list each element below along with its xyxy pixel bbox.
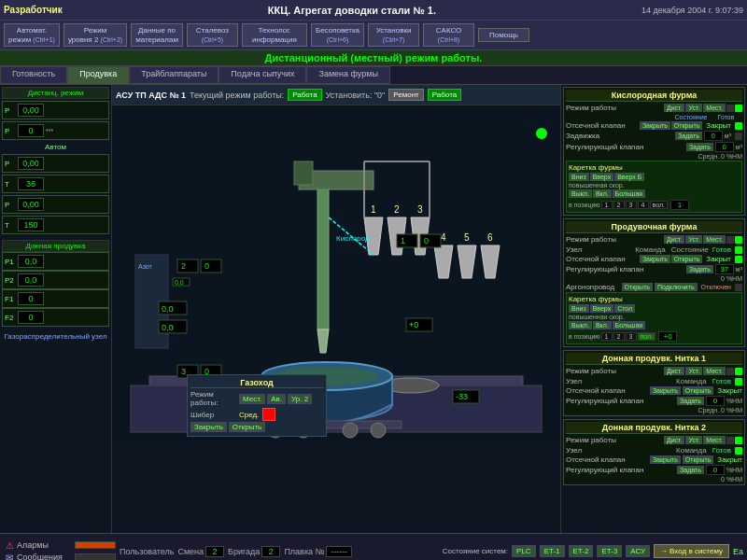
- pf-pos-pol[interactable]: пол.: [638, 332, 656, 341]
- btn-kf-zakryt[interactable]: Закрыть: [640, 121, 670, 130]
- btn-kf-bolshaya[interactable]: Большая: [613, 189, 645, 198]
- pf-uzel-row: Узел Команда Состояние Готов: [566, 245, 742, 254]
- menu-rezhim[interactable]: Режимуровня 2 (Ctrl+2): [63, 23, 127, 47]
- kf-pos-2[interactable]: 2: [613, 201, 625, 209]
- tab-traibl[interactable]: Трайблаппараты: [129, 66, 218, 84]
- section-kislorodnaya: Кислородная фурма Режим работы Дист. Уст…: [563, 87, 745, 216]
- btn-pf-vniz[interactable]: Вниз: [569, 304, 589, 313]
- pf-pos-2[interactable]: 2: [613, 332, 625, 341]
- kf-reg-sub-val: 0: [721, 153, 725, 160]
- btn-otkryt[interactable]: Открыть: [229, 422, 265, 432]
- soob-icon: ✉: [4, 552, 15, 560]
- menu-stalevoz[interactable]: Сталевоз(Ctrl+5): [187, 23, 238, 47]
- btn-et2[interactable]: ET-2: [569, 545, 594, 557]
- kf-pos-3[interactable]: 3: [626, 201, 637, 209]
- btn-pf-otkryt[interactable]: Открыть: [671, 255, 703, 263]
- btn-kf-vykl[interactable]: Выкл.: [569, 189, 592, 198]
- pf-otsechnoye-label: Отсечной клапан: [566, 255, 638, 263]
- btn-kf-vniz[interactable]: Вниз: [569, 173, 589, 181]
- btn-gazohod-av[interactable]: Ав.: [267, 394, 286, 404]
- menu-ustanovki[interactable]: Установки(Ctrl+7): [368, 23, 419, 47]
- gauge-df2: F2 0: [2, 308, 109, 327]
- btn-dn2-mest2[interactable]: Мест.: [703, 436, 726, 444]
- btn-kf-vkl[interactable]: Вкл.: [593, 189, 612, 198]
- btn-pf-otkryt-arg[interactable]: Открыть: [622, 283, 654, 291]
- pf-uzel-state: Готов: [712, 245, 731, 254]
- gauge-p3-value: 0,00: [18, 157, 44, 170]
- btn-pf-reg-zadat[interactable]: Задать: [686, 265, 713, 273]
- section-produvochnaya: Продувочная фурма Режим работы Дист. Уст…: [563, 218, 745, 347]
- btn-kf-zadat[interactable]: Задать: [675, 132, 702, 140]
- shiber-label: Шибер: [190, 411, 237, 419]
- kf-otsechnoye-label: Отсечной клапан: [566, 121, 638, 130]
- btn-pf-mest[interactable]: Уст.: [685, 235, 702, 244]
- btn-pf-vykl[interactable]: Выкл.: [569, 321, 592, 329]
- menu-pomosh[interactable]: Помощь: [478, 28, 529, 43]
- kf-reg-val: 0: [715, 142, 734, 152]
- tab-produvka[interactable]: Продувка: [67, 66, 129, 84]
- btn-gazohod-ur2[interactable]: Ур. 2: [288, 394, 312, 404]
- btn-pf-podkl[interactable]: Подключить: [655, 283, 698, 291]
- btn-kf-mest2[interactable]: Мест.: [703, 104, 726, 112]
- pf-reg-unit: м³: [736, 266, 742, 273]
- btn-et1[interactable]: ET-1: [540, 545, 565, 557]
- btn-et3[interactable]: ET-3: [597, 545, 622, 557]
- kf-pos-vol[interactable]: вол.: [650, 201, 668, 209]
- kf-pos-label: в позицию: [569, 202, 600, 208]
- tab-gotovnost[interactable]: Готовность: [0, 66, 67, 84]
- bottom-bar: ⚠ Алармы ✉ Сообщения Пользователь Смена …: [0, 533, 747, 560]
- svg-text:4: 4: [441, 232, 446, 243]
- btn-kf-dist[interactable]: Дист.: [664, 104, 685, 112]
- tab-zamena[interactable]: Замена фурмы: [306, 66, 389, 84]
- btn-pf-mest2[interactable]: Мест.: [703, 235, 726, 244]
- menu-tehno[interactable]: Технолог.информация: [242, 23, 307, 47]
- btn-dn2-mest[interactable]: Уст.: [685, 436, 702, 444]
- btn-rabota[interactable]: Работа: [428, 89, 461, 101]
- dn2-otsech-row: Отсечной клапан Закрыть Открыть Закрыт: [566, 455, 742, 464]
- tab-podacha[interactable]: Подача сыпучих: [218, 66, 306, 84]
- btn-login[interactable]: → Вход в систему: [654, 544, 729, 558]
- btn-kf-vverh-b[interactable]: Вверх Б: [614, 173, 644, 181]
- pf-karetka-title: Каретка фурмы: [569, 295, 740, 303]
- btn-dn2-zadat[interactable]: Задать: [677, 466, 704, 474]
- btn-pf-stol[interactable]: Стол: [614, 304, 635, 313]
- btn-gazohod-mest[interactable]: Мест.: [239, 394, 265, 404]
- btn-kf-otkryt[interactable]: Открыть: [671, 121, 703, 130]
- kf-pos-1[interactable]: 1: [601, 201, 613, 209]
- btn-dn1-zadat[interactable]: Задать: [677, 397, 704, 405]
- btn-dn2-zakryt[interactable]: Закрыть: [650, 455, 681, 464]
- btn-pf-dist[interactable]: Дист.: [664, 235, 685, 244]
- dn2-reg-row: Регулирующий клапан Задать 0 %НМ: [566, 465, 742, 475]
- btn-asu[interactable]: АСУ: [626, 545, 650, 557]
- menu-dannye[interactable]: Данные поматериалам: [131, 23, 183, 47]
- btn-plc[interactable]: PLC: [512, 545, 536, 557]
- pf-pos-1[interactable]: 1: [601, 332, 613, 341]
- btn-dn1-dist[interactable]: Дист.: [664, 367, 685, 375]
- btn-dn1-zakryt[interactable]: Закрыть: [650, 386, 681, 395]
- brigada-val: 2: [261, 546, 280, 557]
- btn-pf-vkl[interactable]: Вкл.: [593, 321, 612, 329]
- svg-text:0,0: 0,0: [175, 279, 184, 286]
- shiber-indicator: [262, 408, 275, 421]
- btn-kf-vverh[interactable]: Вверх: [590, 173, 614, 181]
- btn-kf-mest[interactable]: Уст.: [685, 104, 702, 112]
- btn-dn2-otkryt[interactable]: Открыть: [683, 455, 714, 464]
- btn-remont[interactable]: Ремонт: [388, 89, 423, 101]
- dn2-mode-label: Режим работы: [566, 436, 663, 444]
- btn-dn1-mest[interactable]: Уст.: [685, 367, 702, 375]
- btn-dn2-dist[interactable]: Дист.: [664, 436, 685, 444]
- menu-sakso[interactable]: СAКСО(Ctrl+8): [423, 23, 474, 47]
- menu-avtomat[interactable]: Автомат.режим (Ctrl+1): [4, 23, 60, 47]
- btn-zakryt[interactable]: Закрыть: [190, 422, 227, 432]
- kf-pos-4[interactable]: 4: [638, 201, 649, 209]
- pf-pos-3[interactable]: 3: [626, 332, 637, 341]
- btn-pf-zakryt[interactable]: Закрыть: [640, 255, 670, 263]
- btn-pf-vverh[interactable]: Вверх: [590, 304, 614, 313]
- btn-dn1-otkryt[interactable]: Открыть: [683, 386, 714, 395]
- menu-beso[interactable]: Бесоповетка(Ctrl+6): [311, 23, 364, 47]
- btn-kf-reg-zadat[interactable]: Задать: [686, 143, 713, 151]
- btn-dn1-mest2[interactable]: Мест.: [703, 367, 726, 375]
- plavka-item: Плавка № ------: [284, 546, 352, 557]
- gauge-p1-value: 0,00: [18, 104, 44, 117]
- btn-pf-bolshaya[interactable]: Большая: [613, 321, 645, 329]
